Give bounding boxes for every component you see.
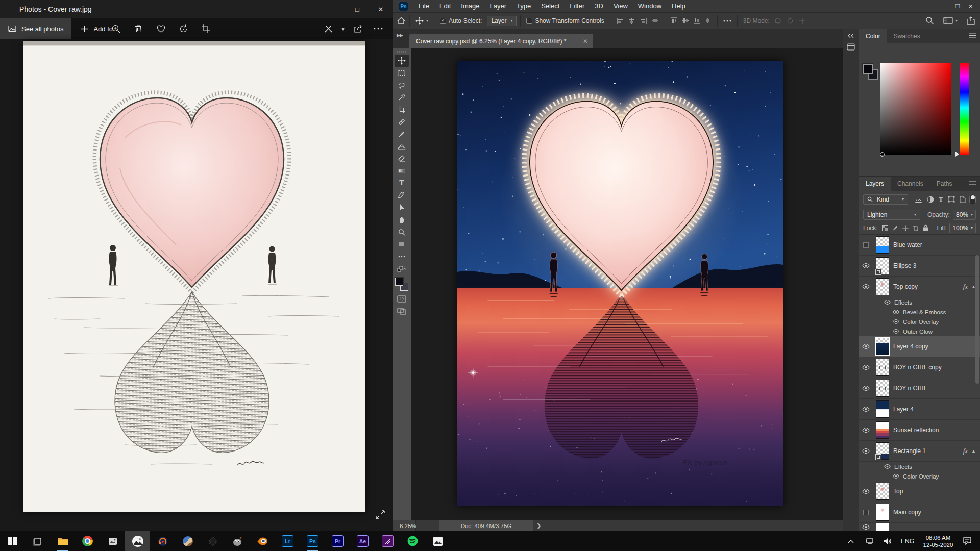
layer-thumbnail[interactable] bbox=[876, 279, 889, 295]
layer-filter-toggle[interactable] bbox=[969, 194, 976, 205]
align-left-icon[interactable] bbox=[616, 17, 624, 24]
magic-wand-tool[interactable] bbox=[395, 91, 409, 104]
eraser-tool[interactable] bbox=[395, 153, 409, 165]
layer-name[interactable]: Layer 4 bbox=[893, 406, 914, 413]
layer-filter-dropdown[interactable]: Kind ▾ bbox=[863, 194, 908, 205]
menu-item[interactable]: Type bbox=[511, 0, 536, 12]
layer-effect-row[interactable]: Effects bbox=[859, 462, 980, 471]
tab-close-icon[interactable]: ✕ bbox=[579, 38, 588, 45]
tray-chevron-up-icon[interactable] bbox=[843, 539, 859, 543]
effect-visibility-toggle[interactable] bbox=[893, 474, 899, 479]
swap-colors-icon[interactable] bbox=[395, 263, 409, 275]
share-button[interactable] bbox=[348, 24, 368, 34]
tab-swatches[interactable]: Swatches bbox=[887, 29, 927, 43]
home-icon[interactable] bbox=[397, 16, 406, 26]
layer-visibility-toggle[interactable] bbox=[859, 357, 873, 378]
menu-item[interactable]: Edit bbox=[434, 0, 456, 12]
layer-thumbnail[interactable] bbox=[876, 483, 889, 499]
show-transform-checkbox[interactable]: Show Transform Controls bbox=[524, 17, 606, 24]
layer-row[interactable]: fx▲ bbox=[859, 523, 980, 531]
filter-type-layers-icon[interactable]: T bbox=[939, 195, 943, 204]
layer-fx-badge[interactable]: fx▲ bbox=[963, 447, 976, 455]
3d-pan-icon[interactable] bbox=[798, 17, 806, 25]
taskbar-chrome-icon[interactable] bbox=[75, 531, 100, 551]
photo-sketch-image[interactable] bbox=[23, 41, 365, 512]
3d-orbit-icon[interactable] bbox=[774, 17, 782, 25]
layer-visibility-toggle[interactable] bbox=[859, 399, 873, 419]
distribute-horizontal-icon[interactable] bbox=[651, 17, 659, 24]
layer-fx-badge[interactable]: fx▲ bbox=[963, 283, 976, 291]
layer-row[interactable]: Main copy fx▲ bbox=[859, 502, 980, 523]
language-indicator[interactable]: ENG bbox=[898, 538, 917, 545]
rotate-button[interactable] bbox=[172, 18, 194, 39]
3d-roll-icon[interactable] bbox=[786, 17, 794, 25]
distribute-vertical-icon[interactable] bbox=[704, 17, 712, 24]
more-options-button[interactable] bbox=[721, 20, 733, 22]
fill-field[interactable]: 100% ▾ bbox=[949, 223, 976, 233]
layer-thumbnail[interactable] bbox=[876, 258, 889, 274]
layer-thumbnail[interactable] bbox=[876, 401, 889, 417]
taskbar-animate-icon[interactable] bbox=[375, 531, 400, 551]
layer-effect-row[interactable]: Outer Glow bbox=[859, 327, 980, 336]
maximize-button[interactable]: □ bbox=[346, 0, 369, 18]
zoom-tool[interactable] bbox=[395, 226, 409, 238]
menu-item[interactable]: File bbox=[413, 0, 434, 12]
effect-name[interactable]: Color Overlay bbox=[903, 473, 939, 480]
layer-name[interactable]: Top copy bbox=[893, 283, 918, 290]
rectangle-tool[interactable] bbox=[395, 238, 409, 251]
layer-effect-row[interactable]: Color Overlay bbox=[859, 471, 980, 481]
toolbar-more-icon[interactable] bbox=[395, 251, 409, 263]
taskbar-lightroom-icon[interactable]: Lr bbox=[275, 531, 300, 551]
ps-restore-button[interactable]: ❐ bbox=[951, 0, 964, 12]
saturation-brightness-field[interactable] bbox=[880, 63, 951, 155]
layer-row[interactable]: Top fx▲ bbox=[859, 481, 980, 502]
close-button[interactable]: ✕ bbox=[369, 0, 393, 18]
tab-paths[interactable]: Paths bbox=[930, 177, 959, 191]
taskbar-premiere-icon[interactable]: Pr bbox=[325, 531, 350, 551]
document-tab[interactable]: Cover raw copy.psd @ 6.25% (Layer 4 copy… bbox=[409, 34, 593, 48]
menu-item[interactable]: Select bbox=[536, 0, 565, 12]
layers-panel-menu-icon[interactable] bbox=[969, 181, 976, 185]
quick-mask-icon[interactable] bbox=[395, 293, 409, 305]
pen-tool[interactable] bbox=[395, 189, 409, 202]
layer-row[interactable]: Layer 4 fx▲ bbox=[859, 399, 980, 420]
lasso-tool[interactable] bbox=[395, 79, 409, 91]
tab-layers[interactable]: Layers bbox=[859, 177, 891, 191]
layer-effect-row[interactable]: Bevel & Emboss bbox=[859, 307, 980, 317]
collapsed-panel-icon[interactable] bbox=[847, 43, 855, 51]
ps-minimize-button[interactable]: – bbox=[939, 0, 951, 12]
effect-name[interactable]: Bevel & Emboss bbox=[903, 309, 946, 315]
layers-scrollbar[interactable] bbox=[975, 255, 979, 384]
path-selection-tool[interactable] bbox=[395, 202, 409, 214]
zoom-level-field[interactable]: 6.25% bbox=[393, 520, 416, 531]
psd-canvas[interactable]: FX by Aghosh bbox=[457, 61, 783, 506]
edit-create-button[interactable] bbox=[318, 24, 338, 34]
layer-name[interactable]: Top bbox=[893, 488, 903, 495]
chevron-down-icon[interactable]: ▾ bbox=[338, 26, 348, 32]
menu-item[interactable]: Image bbox=[456, 0, 484, 12]
favorite-button[interactable] bbox=[150, 18, 172, 39]
panel-foreground-color[interactable] bbox=[863, 64, 873, 74]
expand-panels-icon[interactable] bbox=[848, 33, 854, 38]
panel-fg-bg-swatches[interactable] bbox=[863, 64, 880, 82]
taskbar-pictures-app-icon[interactable] bbox=[425, 531, 450, 551]
start-button[interactable] bbox=[0, 531, 25, 551]
layer-effect-row[interactable]: Color Overlay bbox=[859, 317, 980, 327]
layer-name[interactable]: Layer 4 copy bbox=[893, 343, 928, 350]
effect-visibility-toggle[interactable] bbox=[893, 329, 899, 334]
layer-row[interactable]: Layer 4 copy fx▲ bbox=[859, 336, 980, 357]
lock-pixels-icon[interactable] bbox=[892, 225, 898, 231]
move-tool-preset[interactable]: ▾ bbox=[413, 17, 430, 25]
gradient-tool[interactable] bbox=[395, 165, 409, 177]
screen-mode-icon[interactable] bbox=[395, 305, 409, 317]
layer-name[interactable]: BOY n GIRL bbox=[893, 385, 927, 392]
menu-item[interactable]: Filter bbox=[565, 0, 590, 12]
effect-name[interactable]: Effects bbox=[894, 464, 912, 470]
brush-tool[interactable] bbox=[395, 128, 409, 140]
panel-menu-icon[interactable] bbox=[969, 33, 976, 38]
taskbar-photos-icon[interactable] bbox=[125, 531, 150, 551]
taskbar-audacity-icon[interactable] bbox=[150, 531, 175, 551]
layer-row[interactable]: Blue water fx▲ bbox=[859, 235, 980, 256]
effect-visibility-toggle[interactable] bbox=[893, 319, 899, 324]
layer-effect-row[interactable]: Effects bbox=[859, 297, 980, 307]
